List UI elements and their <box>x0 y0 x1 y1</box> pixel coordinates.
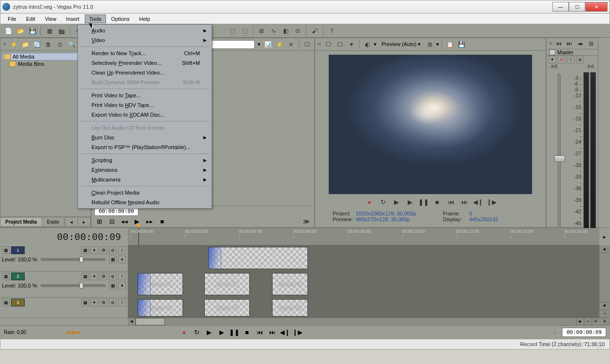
save-icon[interactable]: 💾 <box>27 26 38 36</box>
tool1-icon[interactable]: ⬚ <box>227 26 238 36</box>
tab-scroll-left[interactable]: ◂ <box>65 218 78 226</box>
scrub-control[interactable]: ◀◀▶▶ <box>59 329 88 335</box>
track-header[interactable]: ▦1▦✦⚙⊘!Level: 100,0 %▦▾ <box>0 245 128 272</box>
menu-item[interactable]: Clean Up Prerendered Video... <box>79 68 211 77</box>
track-solo-icon[interactable]: ! <box>118 299 126 306</box>
menu-item[interactable]: Scripting▶ <box>79 155 211 165</box>
trimmer-stop-icon[interactable]: ■ <box>157 217 167 227</box>
tree-media-bins[interactable]: Media Bins <box>2 61 89 67</box>
menu-view[interactable]: View <box>41 15 61 23</box>
play-from-start-button[interactable]: ▶ <box>392 197 401 207</box>
master-gear-icon[interactable]: ⚙ <box>558 56 565 63</box>
trimmer-more-icon[interactable]: ≫ <box>302 217 311 227</box>
track-header[interactable]: ▦2▦✦⚙⊘!Level: 100,0 %▦▾ <box>0 272 128 298</box>
tab-project-media[interactable]: Project Media <box>0 218 42 226</box>
pm-tool4-icon[interactable]: 🗑 <box>43 39 54 50</box>
play-button[interactable]: ▶ <box>405 197 415 207</box>
video-clip[interactable]: Zytrus Tk <box>272 273 308 295</box>
video-clip[interactable] <box>208 247 308 269</box>
tl-record-button[interactable]: ● <box>179 328 189 337</box>
mixer-tool1-icon[interactable]: ⏮ <box>554 38 564 49</box>
pv-save-icon[interactable]: 💾 <box>456 39 467 50</box>
video-clip[interactable]: Zytrus Tk <box>272 299 308 317</box>
go-end-button[interactable]: ⏭ <box>459 197 469 207</box>
track-fx-icon[interactable]: ✦ <box>91 246 98 254</box>
track-level-slider[interactable] <box>41 258 106 261</box>
open-icon[interactable]: 📂 <box>15 26 26 36</box>
track-header[interactable]: ▦3▦✦⚙⊘! <box>0 298 128 318</box>
pv-splitscreen-icon[interactable]: ◐ <box>362 39 373 50</box>
hscroll-thumb[interactable] <box>136 318 165 325</box>
zoom-in-icon[interactable]: + <box>592 318 599 325</box>
menu-item[interactable]: Video▶ <box>79 35 211 45</box>
tl-go-start-button[interactable]: ⏮ <box>255 328 264 337</box>
tab-explorer[interactable]: Explo <box>42 218 64 226</box>
track-mute-icon[interactable]: ⊘ <box>109 299 117 306</box>
menu-item[interactable]: Multicamera▶ <box>79 175 211 184</box>
master-mute-icon[interactable]: ! <box>567 56 575 63</box>
help-icon[interactable]: ? <box>326 26 337 36</box>
track-solo-icon[interactable]: ! <box>118 246 126 254</box>
pv-quality-dropdown[interactable]: Preview (Auto) ▾ <box>379 41 424 47</box>
trimmer-bolt-icon[interactable]: ⚡ <box>274 39 285 50</box>
tool2-icon[interactable]: ⬚ <box>239 26 250 36</box>
menu-item[interactable]: Export to PSP™ (PlayStation®Portable)... <box>79 142 211 152</box>
track-bypass-icon[interactable]: ▦ <box>81 273 89 280</box>
vzoom-in[interactable]: + <box>599 318 610 325</box>
tl-play-start-button[interactable]: ▶ <box>204 328 214 337</box>
track-more-icon[interactable]: ▾ <box>118 256 126 263</box>
track-automation-icon[interactable]: ⚙ <box>100 246 107 254</box>
track-automation-icon[interactable]: ⚙ <box>100 299 107 306</box>
tl-pause-button[interactable]: ❚❚ <box>229 328 239 337</box>
menu-item[interactable]: Print Video to HDV Tape... <box>79 100 211 110</box>
pm-tool1-icon[interactable]: ⚡ <box>8 39 19 50</box>
trimmer-prev-icon[interactable]: ◂◂ <box>120 217 129 227</box>
menu-tools[interactable]: Tools <box>85 15 106 23</box>
tool4-icon[interactable]: ⊙ <box>292 26 303 36</box>
menu-item[interactable]: Render to New Track...Ctrl+M <box>79 48 211 58</box>
vscroll-down[interactable]: ▾ <box>599 302 610 310</box>
tl-prev-frame-button[interactable]: ◀❙ <box>280 328 290 337</box>
track-fx-icon[interactable]: ✦ <box>91 273 98 280</box>
go-start-button[interactable]: ⏮ <box>446 197 456 207</box>
brush-icon[interactable]: 🖌 <box>309 26 320 36</box>
track-fx-icon[interactable]: ✦ <box>91 299 98 306</box>
maximize-button[interactable]: ☐ <box>569 2 585 12</box>
menu-item[interactable]: Selectively Prerender Video...Shift+M <box>79 58 211 68</box>
record-button[interactable]: ● <box>365 197 374 207</box>
trimmer-tool1-icon[interactable]: 📊 <box>262 39 273 50</box>
vscroll-up[interactable]: ▴ <box>599 245 610 253</box>
track-minimize-icon[interactable]: ▦ <box>2 273 10 280</box>
hscroll-right[interactable]: ▸ <box>576 318 584 325</box>
pv-ext-monitor-icon[interactable]: 🖵 <box>323 39 334 50</box>
mixer-insert-icon[interactable]: ⊞ <box>586 38 596 49</box>
menu-edit[interactable]: Edit <box>22 15 40 23</box>
prev-frame-button[interactable]: ◀❙ <box>473 197 483 207</box>
track-bypass-icon[interactable]: ▦ <box>81 299 89 306</box>
video-clip[interactable]: Zytrus Tk <box>204 299 250 317</box>
tab-scroll-right[interactable]: ▸ <box>78 218 91 226</box>
trimmer-next-icon[interactable]: ▸▸ <box>145 217 154 227</box>
envelope-tool-icon[interactable]: ∿ <box>268 26 279 36</box>
track-solo-icon[interactable]: ! <box>118 273 126 280</box>
track-level-slider[interactable] <box>41 284 106 287</box>
timeline-ruler[interactable]: 00:00:00:0000:00:02:0000:00:04:0000:00:0… <box>128 228 599 245</box>
menu-item[interactable]: Rebuild Offline Nested Audio <box>79 197 211 207</box>
menu-item[interactable]: Print Video to Tape... <box>79 91 211 100</box>
track-comp-icon[interactable]: ▦ <box>109 282 117 289</box>
pv-secondary-icon[interactable]: 🖵 <box>335 39 345 50</box>
tl-stop-button[interactable]: ■ <box>242 328 252 337</box>
track-more-icon[interactable]: ▾ <box>118 282 126 289</box>
selection-tool-icon[interactable]: ⊞ <box>256 26 267 36</box>
video-clip[interactable]: Zytrus Tk <box>137 273 183 295</box>
menu-item[interactable]: Export Video to XDCAM Disc... <box>79 110 211 120</box>
master-solo-icon[interactable]: ⊘ <box>576 56 584 63</box>
trimmer-tool-b[interactable]: ⊟ <box>107 217 117 227</box>
pm-tool3-icon[interactable]: 🔄 <box>31 39 42 50</box>
menu-item[interactable]: Burn Disc▶ <box>79 133 211 142</box>
tl-loop-button[interactable]: ↻ <box>192 328 201 337</box>
tree-all-media[interactable]: All Media <box>2 53 89 61</box>
track-minimize-icon[interactable]: ▦ <box>2 246 10 254</box>
trimmer-tool-a[interactable]: ⊞ <box>94 217 104 227</box>
menu-item[interactable]: Extensions▶ <box>79 165 211 175</box>
